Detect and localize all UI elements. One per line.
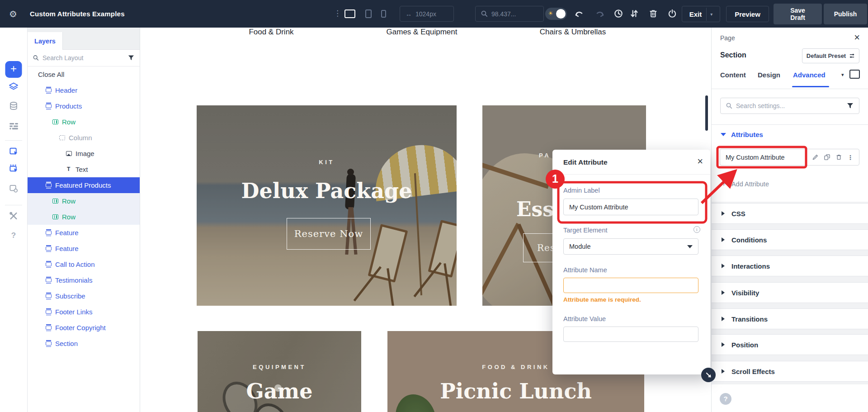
layers-icon[interactable]: [8, 82, 19, 91]
phone-view-icon[interactable]: [381, 10, 386, 18]
sort-arrows-icon[interactable]: [629, 9, 639, 19]
reserve-now-button[interactable]: Reserve Now: [287, 218, 371, 250]
category-link[interactable]: Chairs & Umbrellas: [540, 28, 606, 37]
duplicate-icon[interactable]: [824, 154, 830, 161]
layer-item-row[interactable]: Row: [28, 193, 140, 209]
filter-funnel-icon[interactable]: [128, 55, 134, 61]
select-module-icon[interactable]: [8, 147, 19, 156]
accordion-interactions[interactable]: Interactions: [712, 256, 868, 276]
layer-item-header[interactable]: Header: [28, 82, 140, 98]
layer-item-row[interactable]: Row: [28, 209, 140, 225]
layer-item-row[interactable]: Row: [28, 114, 140, 130]
tab-layers[interactable]: Layers: [28, 32, 63, 50]
publish-label: Publish: [834, 10, 857, 18]
redo-icon[interactable]: [595, 9, 605, 19]
layer-item-section[interactable]: Section: [28, 336, 140, 351]
layers-search-input[interactable]: [42, 54, 124, 62]
breakpoint-desktop-icon[interactable]: [849, 70, 860, 79]
accordion-scroll-effects[interactable]: Scroll Effects: [712, 361, 868, 382]
database-icon[interactable]: [8, 101, 19, 111]
width-arrows-icon: ↔: [406, 10, 412, 18]
tab-design[interactable]: Design: [758, 71, 780, 79]
settings-gear-icon[interactable]: ⚙: [9, 9, 17, 19]
category-link[interactable]: Games & Equipment: [387, 28, 458, 37]
canvas-scrollbar[interactable]: [705, 95, 708, 131]
category-link[interactable]: Food & Drink: [249, 28, 293, 37]
tools-icon[interactable]: [8, 211, 19, 221]
card-title: Delux Package: [241, 179, 412, 203]
help-icon[interactable]: ?: [11, 231, 16, 240]
tab-advanced[interactable]: Advanced: [793, 71, 826, 79]
layer-item-feature[interactable]: Feature: [28, 241, 140, 256]
layer-item-column[interactable]: Column: [28, 130, 140, 146]
history-clock-icon[interactable]: [613, 9, 623, 19]
close-all-button[interactable]: Close All: [28, 66, 140, 82]
accordion-visibility[interactable]: Visibility: [712, 282, 868, 303]
add-module-button[interactable]: +: [5, 61, 22, 78]
modal-drag-handle[interactable]: [701, 368, 716, 382]
trash-icon[interactable]: [648, 9, 658, 19]
help-icon[interactable]: ?: [720, 393, 731, 405]
layer-item-featured-products[interactable]: Featured Products: [28, 177, 140, 193]
exit-button[interactable]: Exit ▾: [682, 6, 720, 22]
undo-icon[interactable]: [574, 9, 584, 19]
trash-icon[interactable]: [835, 154, 842, 161]
section-icon: [46, 341, 52, 346]
close-icon[interactable]: ×: [854, 32, 860, 43]
tab-content[interactable]: Content: [720, 71, 746, 79]
admin-label-input[interactable]: [563, 199, 698, 215]
select-multiple-icon[interactable]: [8, 164, 19, 173]
layer-label: Row: [62, 197, 75, 205]
attribute-value-label: Attribute Value: [563, 315, 606, 322]
global-elements-icon[interactable]: [8, 184, 19, 193]
accordion-css[interactable]: CSS: [712, 203, 868, 224]
accordion-conditions[interactable]: Conditions: [712, 229, 868, 250]
layer-item-text[interactable]: Text: [28, 161, 140, 177]
layer-label: Header: [55, 86, 77, 94]
attribute-item-row[interactable]: My Custom Attribute ⋮: [720, 149, 859, 166]
tabs-caret-icon[interactable]: ▾: [841, 72, 844, 78]
viewport-width-field[interactable]: ↔ 1024px: [400, 6, 454, 22]
layer-item-footer-copyright[interactable]: Footer Copyright: [28, 320, 140, 336]
preset-sliders-icon: [849, 53, 855, 59]
info-icon[interactable]: i: [693, 226, 700, 233]
attribute-value-input[interactable]: [563, 327, 698, 342]
power-icon[interactable]: [667, 9, 677, 19]
edit-pencil-icon[interactable]: [812, 154, 819, 161]
featured-card-delux[interactable]: KIT Delux Package Reserve Now: [197, 105, 457, 306]
layer-item-feature[interactable]: Feature: [28, 225, 140, 241]
settings-search[interactable]: [720, 98, 859, 114]
accordion-transitions[interactable]: Transitions: [712, 308, 868, 329]
filter-funnel-icon[interactable]: [847, 103, 854, 109]
desktop-view-icon[interactable]: [344, 9, 355, 18]
layer-item-footer-links[interactable]: Footer Links: [28, 304, 140, 320]
rail-divider: [5, 140, 22, 141]
default-preset-button[interactable]: Default Preset: [802, 48, 859, 63]
layer-item-subscribe[interactable]: Subscribe: [28, 288, 140, 304]
attribute-name-input[interactable]: [563, 278, 698, 293]
publish-button[interactable]: Publish: [824, 4, 867, 24]
more-options-kebab-icon[interactable]: ⋮: [847, 154, 854, 161]
zoom-field[interactable]: 98.437...: [475, 6, 544, 22]
layer-item-image[interactable]: Image: [28, 146, 140, 161]
wireframe-view-icon[interactable]: [8, 121, 19, 131]
exit-dropdown-caret[interactable]: ▾: [706, 8, 712, 21]
theme-toggle[interactable]: ☀: [545, 8, 567, 20]
preview-button[interactable]: Preview: [726, 6, 769, 22]
settings-search-input[interactable]: [736, 102, 843, 109]
view-options-kebab-icon[interactable]: ⋮: [334, 9, 341, 18]
accordion-position[interactable]: Position: [712, 334, 868, 355]
close-icon[interactable]: ×: [697, 156, 703, 167]
left-icon-rail: + ?: [0, 28, 28, 412]
tablet-view-icon[interactable]: [365, 9, 372, 18]
attributes-section-header[interactable]: Attributes: [721, 131, 763, 138]
target-element-select[interactable]: Module: [563, 238, 698, 255]
layer-item-call-to-action[interactable]: Call to Action: [28, 256, 140, 272]
add-attribute-button[interactable]: + Add Attribute: [722, 180, 769, 189]
breadcrumb[interactable]: Page: [720, 34, 735, 42]
row-icon: [52, 119, 58, 124]
layer-item-testimonials[interactable]: Testimonials: [28, 272, 140, 288]
featured-card-game[interactable]: EQUIPMENT Game: [198, 331, 361, 412]
layer-item-products[interactable]: Products: [28, 98, 140, 114]
save-draft-button[interactable]: Save Draft: [774, 4, 822, 24]
